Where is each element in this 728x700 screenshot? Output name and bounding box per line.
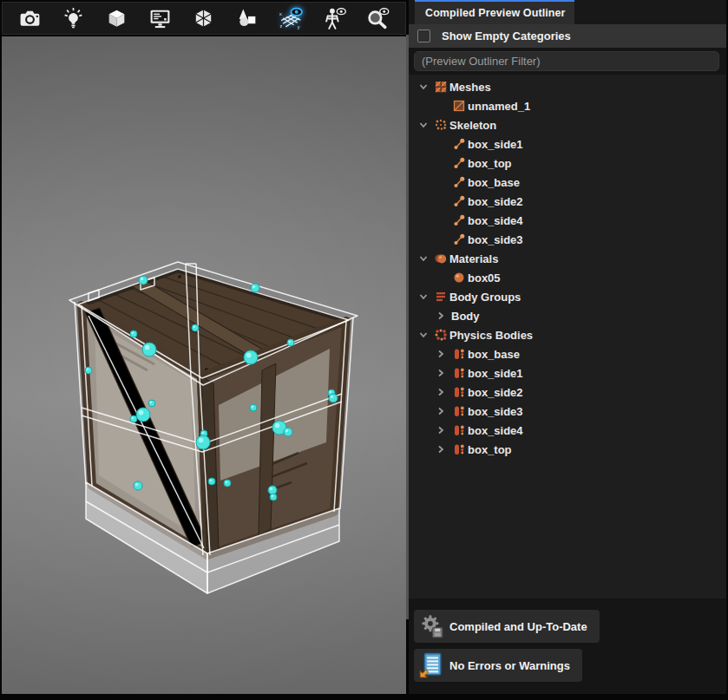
meshes-icon	[433, 80, 448, 94]
outliner-filter-input[interactable]	[414, 51, 719, 71]
inspect-visibility-icon[interactable]	[361, 4, 396, 32]
joint-marker[interactable]	[192, 324, 199, 331]
joint-marker[interactable]	[268, 486, 277, 494]
wireframe-cube-icon[interactable]	[187, 4, 221, 32]
joint-marker[interactable]	[284, 428, 292, 436]
tree-item-label: Skeleton	[449, 119, 496, 132]
chevron-right-icon[interactable]	[435, 311, 446, 322]
grid-visibility-icon[interactable]: xzy	[273, 4, 308, 32]
tree-item-box05[interactable]: box05	[409, 268, 726, 287]
tree-item-unnamed-1[interactable]: unnamed_1	[409, 96, 726, 115]
tree-item-label: Materials	[449, 252, 498, 265]
svg-text:x: x	[279, 11, 282, 16]
materials-icon	[433, 252, 448, 265]
tree-item-label: box_base	[468, 176, 520, 189]
tree-item-label: box_top	[468, 157, 512, 170]
chevron-right-icon[interactable]	[435, 425, 446, 436]
chevron-right-icon[interactable]	[435, 444, 446, 455]
chevron-right-icon[interactable]	[435, 368, 446, 379]
bone-icon	[451, 156, 466, 170]
crate-model	[2, 36, 406, 694]
chevron-right-icon[interactable]	[435, 387, 446, 398]
bone-icon	[451, 213, 466, 227]
physbody-icon	[451, 347, 466, 361]
tree-item-label: box_side3	[468, 405, 523, 418]
joint-marker[interactable]	[130, 415, 137, 422]
chevron-down-icon[interactable]	[417, 120, 429, 131]
light-icon[interactable]	[56, 4, 90, 32]
joint-marker[interactable]	[250, 404, 257, 411]
joint-marker[interactable]	[224, 480, 231, 487]
tree-item-label: box_side2	[468, 386, 523, 399]
tree-item-label: unnamed_1	[468, 100, 530, 113]
tree-item-box-side2[interactable]: box_side2	[409, 192, 726, 211]
tree-item-materials[interactable]: Materials	[409, 249, 726, 268]
svg-text:y: y	[298, 23, 300, 29]
tree-item-label: box_side4	[468, 424, 523, 437]
viewport-pane: xzy	[2, 2, 406, 694]
checkbox-label: Show Empty Categories	[442, 29, 571, 43]
tree-item-box-side2[interactable]: box_side2	[409, 383, 726, 402]
outliner-tree: Meshesunnamed_1Skeletonbox_side1box_topb…	[409, 75, 726, 599]
tree-item-label: box05	[468, 271, 501, 285]
log-status-chip[interactable]: No Errors or Warnings	[414, 649, 582, 682]
3d-viewport[interactable]	[2, 36, 406, 694]
tree-item-box-side3[interactable]: box_side3	[409, 402, 726, 421]
bone-icon	[451, 175, 466, 189]
log-document-icon	[417, 651, 445, 679]
screen-icon[interactable]	[143, 4, 178, 32]
joint-marker[interactable]	[251, 284, 259, 292]
tree-item-label: box_side1	[468, 138, 523, 151]
tab-compiled-preview-outliner[interactable]: Compiled Preview Outliner	[415, 0, 574, 24]
show-empty-categories-checkbox[interactable]	[417, 29, 430, 43]
tree-item-box-side1[interactable]: box_side1	[409, 134, 726, 154]
joint-marker[interactable]	[270, 494, 277, 500]
chevron-down-icon[interactable]	[417, 82, 429, 93]
primitives-icon[interactable]	[230, 4, 265, 32]
tree-item-box-top[interactable]: box_top	[409, 154, 726, 173]
joint-marker[interactable]	[139, 276, 148, 285]
bodygroups-icon	[433, 290, 448, 304]
tab-bar: Compiled Preview Outliner	[409, 0, 726, 24]
tree-item-physics-bodies[interactable]: Physics Bodies	[409, 325, 726, 344]
tree-item-box-base[interactable]: box_base	[409, 173, 726, 192]
chevron-down-icon[interactable]	[417, 330, 429, 341]
skeleton-visibility-icon[interactable]	[318, 4, 352, 32]
physbody-icon	[451, 404, 466, 418]
tree-item-box-side4[interactable]: box_side4	[409, 421, 726, 440]
joint-marker[interactable]	[287, 339, 294, 346]
chevron-right-icon[interactable]	[435, 406, 446, 417]
tree-item-box-side4[interactable]: box_side4	[409, 211, 726, 230]
joint-marker[interactable]	[85, 367, 92, 374]
bone-icon	[451, 232, 466, 246]
joint-marker[interactable]	[208, 478, 215, 485]
joint-marker[interactable]	[148, 400, 155, 407]
tree-item-box-top[interactable]: box_top	[409, 440, 726, 459]
tree-item-skeleton[interactable]: Skeleton	[409, 115, 726, 134]
joint-marker[interactable]	[244, 350, 258, 364]
chevron-down-icon[interactable]	[417, 253, 429, 265]
chevron-right-icon[interactable]	[435, 349, 446, 360]
joint-marker[interactable]	[134, 481, 142, 490]
joint-marker[interactable]	[196, 435, 210, 449]
tree-item-body-groups[interactable]: Body Groups	[409, 287, 726, 306]
joint-marker[interactable]	[136, 408, 150, 422]
physbody-icon	[451, 423, 466, 437]
camera-icon[interactable]	[12, 4, 47, 32]
model-icon[interactable]	[100, 4, 134, 32]
tree-item-label: Body	[451, 310, 480, 323]
joint-marker[interactable]	[142, 343, 156, 357]
tree-item-label: Body Groups	[449, 291, 521, 304]
physbody-icon	[451, 442, 466, 456]
joint-marker[interactable]	[329, 394, 338, 402]
tree-item-box-side3[interactable]: box_side3	[409, 230, 726, 249]
tree-item-box-base[interactable]: box_base	[409, 344, 726, 363]
tree-item-box-side1[interactable]: box_side1	[409, 363, 726, 383]
outliner-panel: Compiled Preview Outliner Show Empty Cat…	[409, 0, 726, 694]
tree-item-meshes[interactable]: Meshes	[409, 77, 726, 96]
status-area: Compiled and Up-To-Date No Errors or War…	[409, 599, 726, 694]
joint-marker[interactable]	[130, 330, 137, 337]
tree-item-body[interactable]: Body	[409, 306, 726, 325]
compile-status-chip[interactable]: Compiled and Up-To-Date	[414, 610, 600, 643]
chevron-down-icon[interactable]	[417, 291, 429, 303]
